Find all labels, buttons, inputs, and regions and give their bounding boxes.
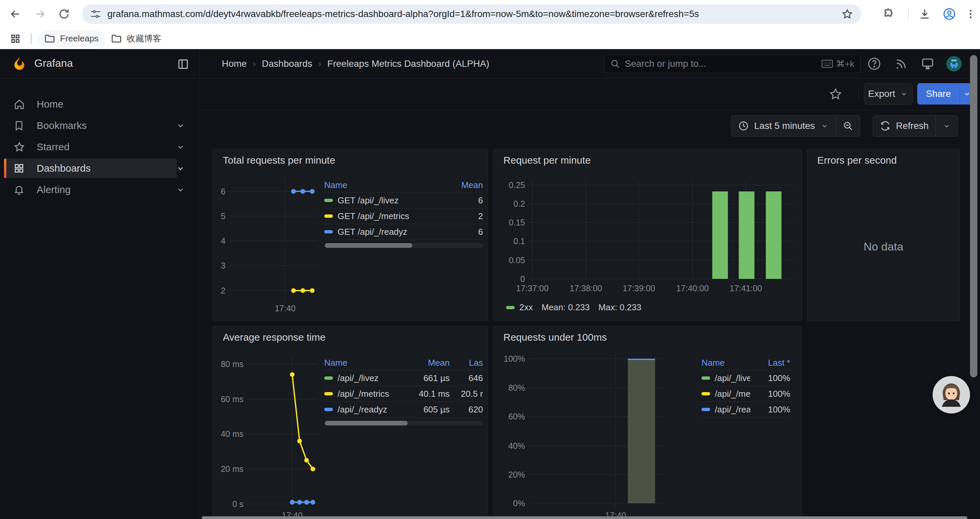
bar[interactable] [739, 192, 754, 279]
downloads-icon[interactable] [915, 5, 934, 23]
legend-series-name[interactable]: /api/_/metrics [337, 389, 389, 399]
legend-series-name[interactable]: GET /api/_/metrics [337, 211, 409, 222]
legend-column-header[interactable]: Mean [446, 180, 483, 190]
page-scrollbar[interactable] [970, 55, 977, 377]
data-point[interactable] [297, 439, 302, 443]
legend-row[interactable]: /api/_/livez100% [702, 370, 790, 386]
legend-column-header[interactable]: Name [702, 358, 750, 368]
keyboard-icon [822, 59, 833, 68]
data-point[interactable] [304, 500, 309, 505]
news-rss-icon[interactable] [893, 56, 909, 72]
reload-icon[interactable] [55, 5, 73, 23]
breadcrumb-home[interactable]: Home [222, 58, 247, 69]
sidebar-toggle-icon[interactable] [177, 58, 189, 70]
data-point[interactable] [301, 189, 305, 194]
bar[interactable] [628, 359, 655, 503]
data-point[interactable] [310, 288, 315, 293]
monitor-icon[interactable] [920, 56, 935, 72]
legend-row[interactable]: /api/_/metrics40.1 ms20.5 r [324, 386, 483, 402]
extensions-icon[interactable] [879, 5, 898, 23]
legend-row[interactable]: /api/_/livez661 µs646 [324, 370, 483, 386]
legend-column-header[interactable]: Name [324, 358, 403, 368]
chevron-down-icon[interactable] [175, 163, 185, 173]
chevron-down-icon[interactable] [175, 142, 185, 152]
panel-title[interactable]: Average response time [223, 332, 326, 343]
bar[interactable] [766, 192, 781, 279]
panel-title[interactable]: Requests under 100ms [503, 332, 607, 343]
time-range-picker[interactable]: Last 5 minutes [732, 115, 835, 136]
share-button[interactable]: Share [917, 83, 960, 105]
legend-series-name[interactable]: /api/_/metrics [715, 389, 750, 399]
sidebar-item-alerting[interactable]: Alerting [4, 180, 177, 200]
zoom-out-button[interactable] [836, 115, 860, 136]
profile-icon[interactable] [940, 5, 959, 23]
bookmark-star-icon[interactable] [841, 8, 853, 20]
legend-row[interactable]: GET /api/_/readyz6 [324, 224, 483, 240]
bookmark-folder-freeleaps[interactable]: Freeleaps [38, 30, 105, 47]
bar[interactable] [712, 192, 728, 279]
data-point[interactable] [304, 458, 309, 463]
refresh-button[interactable]: Refresh [873, 115, 935, 136]
user-avatar[interactable] [946, 56, 962, 72]
y-axis-label: 0% [493, 498, 525, 508]
url-input[interactable] [107, 9, 841, 19]
legend-series-name[interactable]: /api/_/livez [337, 373, 379, 383]
data-point[interactable] [301, 288, 305, 293]
favorite-star-icon[interactable] [829, 87, 843, 101]
browser-menu-icon[interactable] [961, 5, 980, 23]
brand-label[interactable]: Grafana [34, 57, 73, 69]
legend-column-header[interactable]: Name [324, 180, 446, 190]
assistant-avatar[interactable] [932, 376, 970, 414]
forward-icon[interactable] [31, 5, 49, 23]
legend-series-name[interactable]: GET /api/_/livez [337, 195, 399, 206]
legend-scrollbar[interactable] [324, 243, 483, 248]
legend-scrollbar-thumb[interactable] [325, 243, 412, 248]
sidebar-item-bookmarks[interactable]: Bookmarks [4, 116, 177, 135]
panel-title[interactable]: Total requests per minute [223, 155, 335, 166]
panel-title[interactable]: Errors per second [817, 155, 897, 166]
data-point[interactable] [290, 372, 294, 377]
bookmark-folder-blogs[interactable]: 收藏博客 [105, 30, 167, 47]
address-bar[interactable] [82, 4, 861, 24]
chevron-down-icon[interactable] [175, 121, 185, 131]
legend-row[interactable]: /api/_/readyz605 µs620 [324, 402, 483, 417]
data-point[interactable] [291, 288, 296, 293]
legend-column-header[interactable]: Last * [750, 358, 790, 368]
sidebar-item-dashboards[interactable]: Dashboards [4, 159, 177, 178]
legend-row[interactable]: /api/_/metrics100% [702, 386, 790, 402]
data-point[interactable] [310, 466, 315, 471]
legend-series-name[interactable]: /api/_/livez [715, 373, 750, 383]
horizontal-scrollbar[interactable] [202, 516, 967, 519]
grafana-logo-icon[interactable] [12, 56, 27, 71]
legend-row[interactable]: /api/_/readyz100% [702, 402, 790, 417]
sidebar-item-starred[interactable]: Starred [4, 137, 177, 156]
legend-series-name[interactable]: GET /api/_/readyz [337, 227, 407, 237]
legend-row[interactable]: GET /api/_/livez6 [324, 193, 483, 208]
legend-series-name[interactable]: /api/_/readyz [337, 404, 387, 415]
panel-title[interactable]: Request per minute [503, 155, 591, 166]
legend-series-name[interactable]: /api/_/readyz [715, 404, 750, 415]
legend-scrollbar[interactable] [324, 421, 483, 425]
legend-inline[interactable]: 2xx Mean: 0.233 Max: 0.233 [506, 302, 641, 313]
apps-grid-icon[interactable] [6, 29, 25, 48]
breadcrumb-dashboards[interactable]: Dashboards [262, 58, 312, 69]
export-button[interactable]: Export [864, 83, 913, 105]
legend-scrollbar-thumb[interactable] [325, 421, 407, 425]
help-icon[interactable] [866, 56, 882, 72]
no-data-message: No data [807, 240, 960, 253]
refresh-interval-button[interactable] [935, 115, 958, 136]
sidebar-item-home[interactable]: Home [4, 94, 177, 114]
data-point[interactable] [291, 189, 296, 194]
legend-row[interactable]: GET /api/_/metrics2 [324, 208, 483, 224]
chevron-down-icon[interactable] [175, 185, 185, 195]
site-settings-icon[interactable] [90, 8, 102, 20]
data-point[interactable] [297, 500, 302, 505]
back-icon[interactable] [6, 5, 25, 23]
data-point[interactable] [290, 500, 294, 505]
data-point[interactable] [310, 189, 315, 194]
legend-column-header[interactable]: Las [450, 358, 483, 368]
data-point[interactable] [310, 500, 315, 505]
search-input[interactable] [625, 58, 817, 69]
search-box[interactable]: ⌘+k [604, 54, 861, 73]
legend-column-header[interactable]: Mean [403, 358, 450, 368]
